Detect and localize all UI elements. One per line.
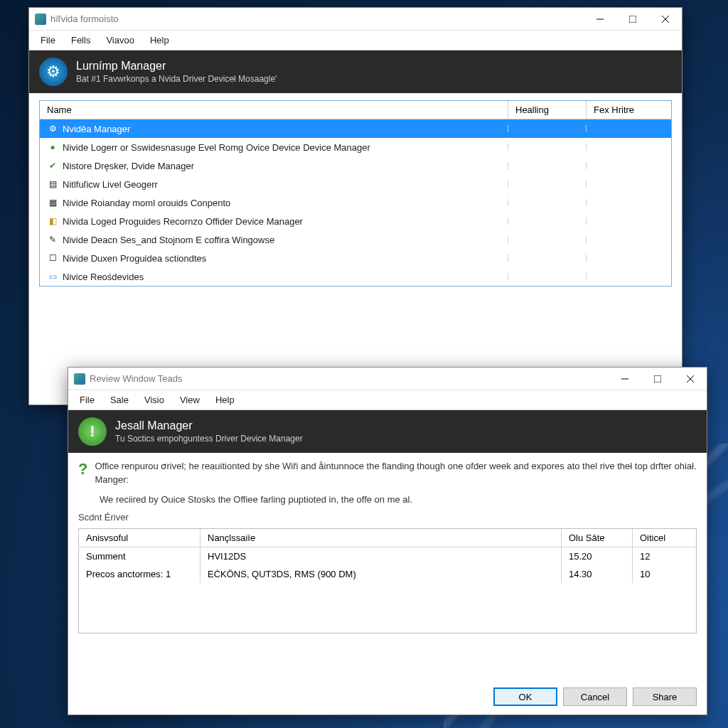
grid-cell: 10: [632, 565, 696, 583]
menu-view[interactable]: View: [173, 392, 207, 408]
question-icon: ?: [78, 460, 87, 478]
grid-row[interactable]: SummentHVI12DS15.2012: [79, 547, 696, 565]
grid-header[interactable]: Anisvsoful Nançlssaiíe Olu Sâte Oiticel: [79, 529, 696, 547]
list-row[interactable]: ☐Nivide Duxen Proguidea sctiondtes: [40, 249, 671, 267]
list-row[interactable]: ⚙Nviděa Manager: [40, 119, 671, 138]
row-label: Nivide Duxen Proguidea sctiondtes: [63, 253, 206, 264]
svg-rect-5: [654, 375, 661, 382]
check-green-icon: ✔: [47, 160, 58, 171]
svg-rect-1: [629, 16, 636, 23]
window-jesall-manager: Review Window Teads File Sale Visio View…: [68, 367, 707, 715]
gcol-oiticel[interactable]: Oiticel: [632, 529, 696, 547]
grid-empty-area: [79, 583, 696, 633]
menu-viavoo[interactable]: Viavoo: [99, 32, 141, 48]
gear-icon: ⚙: [47, 123, 58, 134]
titlebar[interactable]: Review Window Teads: [68, 368, 707, 390]
window-blue-icon: ▭: [47, 271, 58, 282]
window-lurnmp-manager: hïľvida formoisto File Fells Viavoo Help…: [28, 7, 682, 405]
app-icon: [74, 373, 85, 385]
grid-cell: 15.20: [561, 547, 632, 565]
menubar: File Fells Viavoo Help: [29, 31, 682, 50]
list-row[interactable]: ●Nivide Logerr or Sswidesnasuge Evel Rom…: [40, 138, 671, 156]
list-row[interactable]: ▤Nitlfuľicw Livel Geogerr: [40, 175, 671, 193]
driver-grid[interactable]: Anisvsoful Nançlssaiíe Olu Sâte Oiticel …: [78, 528, 697, 633]
message-text-2: We reciired by Ouice Stosks the Offiee f…: [68, 494, 707, 512]
page-lines-icon: ▦: [47, 197, 58, 208]
header-icon: ⚙: [39, 58, 68, 86]
maximize-button[interactable]: [641, 368, 674, 390]
header-title: Lurnímp Manager: [76, 60, 277, 73]
titlebar[interactable]: hïľvida formoisto: [29, 8, 682, 31]
close-button[interactable]: [674, 368, 707, 390]
gcol-olusate[interactable]: Olu Sâte: [561, 529, 632, 547]
menubar: File Sale Visio View Help: [68, 390, 707, 410]
row-label: Nivida Loged Proguides Recornzo Offider …: [63, 216, 303, 227]
button-row: OK Cancel Share: [493, 687, 697, 706]
close-button[interactable]: [649, 8, 682, 30]
grid-row[interactable]: Precos anctormes: 1ЕĊKÖNS, QUT3DS, RМS (…: [79, 565, 696, 583]
list-row[interactable]: ✔Nistore Dręsker, Dvide Manager: [40, 156, 671, 175]
grid-cell: 14.30: [561, 565, 632, 583]
menu-fells[interactable]: Fells: [64, 32, 97, 48]
row-label: Nistore Dręsker, Dvide Manager: [63, 161, 194, 171]
list-row[interactable]: ▭Nivice Reośdevides: [40, 267, 671, 286]
message-text-1: Office renpurou ơrivel; he reauitionted …: [95, 460, 697, 487]
box-gold-icon: ◧: [47, 215, 58, 227]
app-icon: [35, 14, 46, 25]
row-label: Nivide Deacn Ses_and Stojnom E coffira W…: [63, 235, 274, 245]
row-label: Nivide Roianday moml orouids Conpento: [63, 198, 230, 208]
menu-file[interactable]: File: [73, 392, 102, 408]
list-header[interactable]: Name Healling Fex Hritre: [40, 101, 671, 119]
maximize-button[interactable]: [616, 8, 649, 30]
gcol-anisvsoful[interactable]: Anisvsoful: [79, 529, 200, 547]
list-row[interactable]: ✎Nivide Deacn Ses_and Stojnom E coffira …: [40, 230, 671, 249]
header-bar: ! Jesall Manager Tu Soctics empohguntess…: [68, 410, 707, 453]
minimize-button[interactable]: [584, 8, 616, 30]
header-bar: ⚙ Lurnímp Manager Bat #1 Favwrkonps a Nv…: [29, 50, 682, 93]
grid-cell: Precos anctormes: 1: [79, 565, 200, 583]
menu-visio[interactable]: Visio: [137, 392, 171, 408]
menu-help[interactable]: Help: [208, 392, 242, 408]
row-label: Nivice Reośdevides: [63, 272, 144, 282]
alert-icon: !: [78, 417, 107, 446]
col-fex[interactable]: Fex Hritre: [586, 101, 671, 119]
minimize-button[interactable]: [609, 368, 641, 390]
window-title: Review Window Teads: [90, 373, 609, 384]
cancel-button[interactable]: Cancel: [563, 687, 627, 706]
grid-cell: ЕĊKÖNS, QUT3DS, RМS (900 DM): [200, 565, 561, 583]
menu-help[interactable]: Help: [143, 32, 176, 48]
ok-button[interactable]: OK: [493, 687, 557, 706]
gcol-nanclssaiie[interactable]: Nançlssaiíe: [200, 529, 561, 547]
page-icon: ▤: [47, 178, 58, 190]
wand-icon: ✎: [47, 234, 58, 245]
list-row[interactable]: ▦Nivide Roianday moml orouids Conpento: [40, 193, 671, 212]
header-subtitle: Bat #1 Favwrkonps a Nvida Driver Deviceł…: [76, 74, 277, 84]
window-title: hïľvida formoisto: [50, 14, 584, 24]
list-row[interactable]: ◧Nivida Loged Proguides Recornzo Offider…: [40, 212, 671, 230]
box-white-icon: ☐: [47, 252, 58, 264]
row-label: Nviděa Manager: [63, 124, 130, 134]
message-block: ? Office renpurou ơrivel; he reauitionte…: [68, 453, 707, 494]
header-title: Jesall Manager: [115, 419, 303, 432]
row-label: Nivide Logerr or Sswidesnasuge Evel Romg…: [63, 142, 370, 153]
device-list[interactable]: Name Healling Fex Hritre ⚙Nviděa Manager…: [39, 100, 672, 287]
menu-sale[interactable]: Sale: [103, 392, 136, 408]
section-title: Scdnt Ériver: [68, 512, 707, 525]
col-name[interactable]: Name: [40, 101, 508, 119]
share-button[interactable]: Share: [633, 687, 697, 706]
row-label: Nitlfuľicw Livel Geogerr: [63, 179, 158, 190]
grid-cell: Summent: [79, 547, 200, 565]
dot-green-icon: ●: [47, 141, 58, 153]
menu-file[interactable]: File: [33, 32, 63, 48]
header-subtitle: Tu Soctics empohguntess Driver Device Ma…: [115, 434, 303, 444]
grid-cell: 12: [632, 547, 696, 565]
grid-cell: HVI12DS: [200, 547, 561, 565]
col-healling[interactable]: Healling: [508, 101, 586, 119]
